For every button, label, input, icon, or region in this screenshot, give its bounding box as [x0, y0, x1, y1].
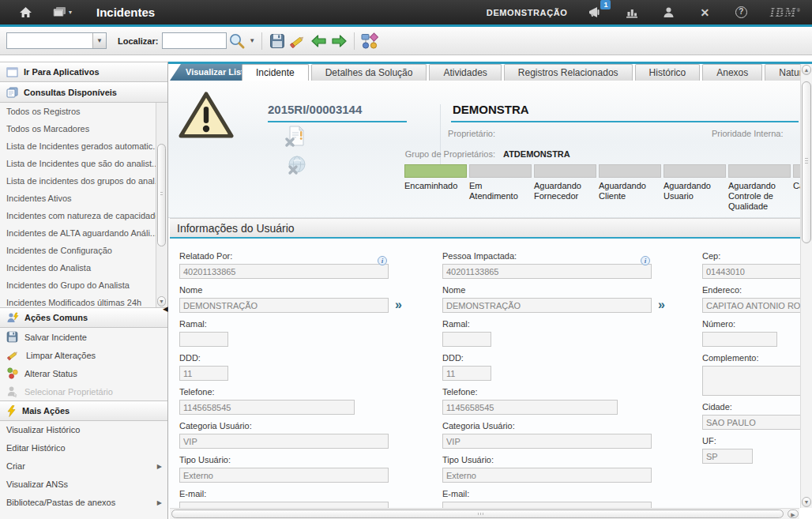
more-action-editar-historico[interactable]: Editar Histórico [0, 439, 167, 457]
home-icon[interactable] [17, 5, 33, 21]
detail-chevron-icon[interactable]: » [658, 298, 665, 312]
main-panel: Visualizar Lista Incidente Detalhes da S… [168, 62, 812, 519]
query-item[interactable]: Todos os Marcadores [0, 120, 167, 137]
ramal-input-2[interactable] [442, 332, 491, 347]
more-action-visualizar-anss[interactable]: Visualizar ANSs [0, 476, 167, 494]
tab-detalhes-da-solucao[interactable]: Detalhes da Solução [311, 64, 427, 81]
query-item[interactable]: Incidentes Ativos [0, 190, 167, 207]
tab-atividades[interactable]: Atividades [429, 64, 501, 81]
nome-input-2[interactable] [442, 298, 652, 313]
globe-x-icon [285, 155, 307, 179]
detail-chevron-icon[interactable]: » [395, 298, 402, 312]
nome-input-1[interactable] [179, 298, 389, 313]
query-item[interactable]: Todos os Registros [0, 103, 167, 120]
clear-changes-button[interactable] [288, 31, 308, 51]
email-input-2[interactable] [442, 502, 652, 508]
search-icon[interactable] [227, 31, 247, 51]
more-action-visualizar-historico[interactable]: Visualizar Histórico [0, 421, 167, 439]
sidebar-common-actions[interactable]: Ações Comuns [0, 307, 167, 328]
record-id-underline [268, 121, 407, 122]
notification-badge: 1 [600, 0, 611, 9]
categoria-usuario-input-2[interactable] [442, 434, 652, 449]
scrollbar-thumb[interactable] [802, 81, 811, 243]
query-item[interactable]: Incidentes do Analista [0, 259, 167, 276]
cep-input[interactable] [702, 264, 805, 279]
query-item[interactable]: Incidentes do Grupo do Analista [0, 276, 167, 294]
previous-record-icon[interactable] [308, 31, 329, 51]
tipo-usuario-input-2[interactable] [442, 468, 652, 483]
tab-anexos[interactable]: Anexos [702, 64, 762, 81]
localizar-input[interactable] [162, 32, 227, 49]
scrollbar-right-icon[interactable]: ▶ [788, 510, 799, 518]
tipo-usuario-input-1[interactable] [179, 468, 389, 483]
query-list-scrollbar[interactable]: ▼ [156, 103, 167, 307]
endereco-input[interactable] [702, 298, 805, 313]
status-segment [469, 164, 532, 178]
complemento-input[interactable] [702, 366, 805, 396]
ddd-input-1[interactable] [179, 366, 228, 381]
query-item[interactable]: Incidentes de Configuração [0, 242, 167, 259]
categoria-usuario-input-1[interactable] [179, 434, 389, 449]
tab-registros-relacionados[interactable]: Registros Relacionados [504, 64, 633, 81]
open-apps-menu-icon[interactable]: ▾ [51, 5, 74, 21]
horizontal-scrollbar[interactable]: ▶ [170, 508, 799, 519]
next-record-icon[interactable] [329, 31, 349, 51]
telefone-input-2[interactable] [442, 400, 618, 415]
section-informacoes-usuario: Informações do Usuário [170, 218, 800, 239]
announcements-icon[interactable]: 1 [588, 5, 603, 21]
info-icon[interactable]: i [378, 256, 387, 265]
field-label: Telefone: [442, 387, 689, 397]
query-item[interactable]: Lista de Incidentes que são do analist..… [0, 155, 167, 172]
more-action-criar[interactable]: Criar▶ [0, 457, 167, 476]
action-salvar-incidente[interactable]: Salvar Incidente [0, 328, 167, 346]
scrollbar-down-icon[interactable]: ▼ [802, 497, 811, 507]
vertical-scrollbar[interactable]: ▲ ▼ [800, 64, 812, 508]
workflow-route-icon[interactable] [359, 31, 380, 51]
field-label: Endereco: [702, 285, 812, 295]
logout-close-icon[interactable]: ✕ [697, 5, 712, 21]
scrollbar-thumb[interactable] [157, 144, 166, 246]
status-segment [599, 164, 661, 178]
warning-triangle-icon [178, 90, 235, 142]
query-dropdown-arrow-icon[interactable]: ▼ [92, 33, 106, 48]
tab-incidente[interactable]: Incidente [242, 64, 309, 81]
scrollbar-thumb[interactable] [171, 510, 784, 518]
sidebar-more-actions[interactable]: Mais Ações [0, 401, 167, 421]
form-column-1: Relatado Por: i Nome » Ramal: DDD: Telef… [179, 251, 426, 508]
action-limpar-alteracoes[interactable]: Limpar Alterações [0, 346, 167, 364]
sidebar-go-to-apps[interactable]: Ir Para Aplicativos [0, 62, 167, 82]
sidebar-available-queries[interactable]: Consultas Disponíveis [0, 82, 167, 103]
help-icon[interactable]: ? [733, 5, 749, 21]
save-button[interactable] [267, 31, 288, 51]
query-item[interactable]: Incidentes com natureza de capacidade [0, 207, 167, 224]
tab-historico[interactable]: Histórico [635, 64, 701, 81]
telefone-input-1[interactable] [179, 400, 355, 415]
numero-input[interactable] [702, 332, 777, 347]
uf-input[interactable] [702, 449, 753, 464]
query-item[interactable]: Incidentes Modificados últimas 24h [0, 294, 167, 307]
query-item[interactable]: Lista de Incidentes gerados automatic... [0, 137, 167, 155]
localizar-label: Localizar: [118, 36, 158, 46]
query-item[interactable]: Incidentes de ALTA aguardando Análi... [0, 224, 167, 242]
relatado-por-input[interactable] [179, 264, 389, 279]
info-icon[interactable]: i [641, 256, 650, 265]
scrollbar-up-icon[interactable]: ▲ [802, 65, 811, 75]
status-step: Aguardando Cliente [599, 164, 661, 212]
search-options-caret-icon[interactable]: ▼ [249, 37, 255, 44]
email-input-1[interactable] [179, 502, 389, 508]
action-alterar-status[interactable]: Alterar Status [0, 364, 167, 382]
eraser-pencil-icon [6, 349, 20, 361]
pessoa-impactada-input[interactable] [442, 264, 652, 279]
ddd-input-2[interactable] [442, 366, 491, 381]
field-label: Relatado Por: [179, 251, 426, 261]
cidade-input[interactable] [702, 415, 805, 430]
user-profile-icon[interactable] [660, 5, 676, 21]
submenu-arrow-icon: ▶ [157, 494, 162, 512]
query-item[interactable]: Lista de incidentes dos grupos do anal..… [0, 172, 167, 190]
record-name: DEMONSTRA [453, 103, 529, 116]
ramal-input-1[interactable] [179, 332, 228, 347]
reports-chart-icon[interactable] [624, 5, 640, 21]
sidebar-collapse-icon[interactable]: ◀ [163, 305, 168, 313]
more-action-biblioteca-anexos[interactable]: Biblioteca/Pastas de anexos▶ [0, 494, 167, 512]
query-dropdown[interactable]: ▼ [6, 32, 107, 49]
